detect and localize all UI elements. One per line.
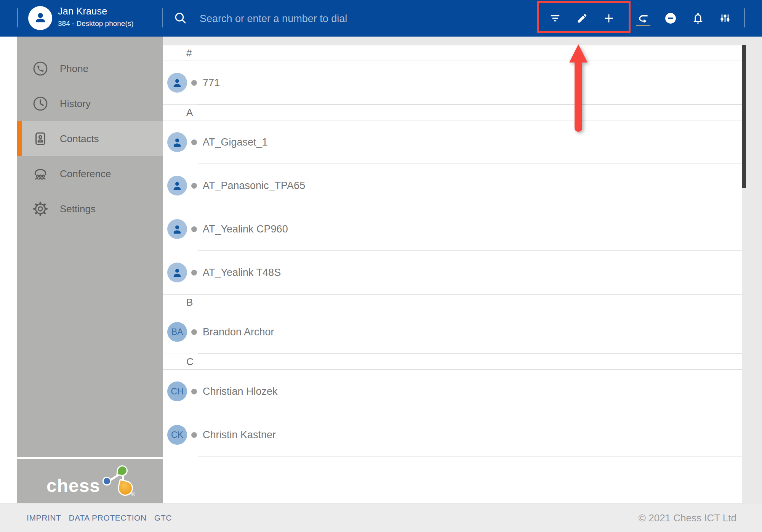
sidebar-item-label: Settings: [60, 203, 96, 215]
sidebar-item-label: Conference: [60, 168, 111, 180]
contact-avatar: [167, 219, 187, 239]
contact-avatar: BA: [167, 322, 187, 342]
sidebar-item-label: History: [60, 98, 91, 110]
avatar-initials: CH: [171, 386, 183, 397]
presence-status-dot: [191, 329, 197, 335]
chess-logo: chess ®: [46, 465, 134, 498]
presence-status-dot: [191, 389, 197, 394]
app-header: Jan Krause 384 - Desktop phone(s): [0, 0, 762, 37]
user-extension-label: 384 - Desktop phone(s): [58, 19, 134, 28]
presence-status-dot: [191, 80, 197, 86]
sidebar-item-history[interactable]: History: [17, 86, 163, 121]
contact-name: AT_Gigaset_1: [203, 120, 268, 164]
contact-avatar: [167, 176, 187, 195]
contact-row[interactable]: CKChristin Kastner: [163, 413, 742, 457]
header-divider: [744, 8, 745, 27]
contact-avatar: [167, 263, 187, 282]
user-avatar-button[interactable]: [28, 6, 52, 30]
contact-name: AT_Yealink T48S: [203, 251, 281, 294]
vertical-scrollbar-thumb[interactable]: [742, 45, 746, 188]
app-footer: IMPRINT DATA PROTECTION GTC © 2021 Chess…: [0, 503, 762, 532]
logo-green-drop: [116, 465, 128, 477]
call-redirect-button[interactable]: [632, 8, 654, 29]
settings-gear-icon: [32, 200, 49, 217]
letter-group-header: B: [163, 294, 742, 310]
letter-group-header: #: [163, 45, 742, 61]
contact-name: Christian Hlozek: [203, 370, 278, 413]
contact-list: # 771A AT_Gigaset_1 AT_Panasonic_TPA65 A…: [163, 45, 742, 503]
presence-status-dot: [191, 432, 197, 438]
presence-status-dot: [191, 183, 197, 189]
avatar-initials: CK: [171, 430, 183, 440]
person-icon: [33, 10, 48, 26]
contacts-panel: # 771A AT_Gigaset_1 AT_Panasonic_TPA65 A…: [163, 37, 762, 503]
presence-status-dot: [191, 270, 197, 276]
audio-settings-button[interactable]: [714, 8, 736, 29]
presence-status-dot: [191, 226, 197, 232]
letter-group-header: C: [163, 354, 742, 370]
history-clock-icon: [32, 95, 49, 112]
sidebar-logo-block: chess ®: [17, 459, 163, 503]
header-divider: [162, 8, 163, 27]
notifications-button[interactable]: [687, 8, 709, 29]
user-name: Jan Krause: [58, 6, 107, 17]
registered-trademark: ®: [131, 491, 135, 497]
contact-avatar: [167, 132, 187, 152]
footer-links: IMPRINT DATA PROTECTION GTC: [27, 503, 172, 532]
gtc-link[interactable]: GTC: [154, 513, 172, 522]
contact-row[interactable]: AT_Yealink CP960: [163, 207, 742, 251]
notifications-bell-icon: [692, 12, 704, 25]
contact-row[interactable]: AT_Gigaset_1: [163, 120, 742, 164]
sidebar-item-label: Contacts: [60, 133, 99, 145]
chess-logo-mark: ®: [102, 465, 134, 498]
contact-avatar: [167, 73, 187, 93]
letter-group-header: A: [163, 104, 742, 120]
search-icon: [174, 11, 187, 25]
contact-avatar: CK: [167, 425, 187, 445]
search-input[interactable]: [199, 8, 444, 30]
contact-row[interactable]: CHChristian Hlozek: [163, 370, 742, 413]
sidebar-item-contacts[interactable]: Contacts: [17, 121, 163, 156]
contact-row[interactable]: 771: [163, 61, 742, 104]
contact-row[interactable]: AT_Yealink T48S: [163, 251, 742, 294]
sidebar-item-settings[interactable]: Settings: [17, 191, 163, 226]
sidebar-item-label: Phone: [60, 63, 88, 75]
chess-logo-text: chess: [46, 477, 100, 498]
avatar-initials: BA: [171, 327, 183, 337]
contact-name: Christin Kastner: [203, 413, 276, 457]
presence-status-dot: [191, 139, 197, 145]
redirect-call-icon: [637, 12, 650, 25]
data-protection-link[interactable]: DATA PROTECTION: [69, 513, 147, 522]
phone-icon: [32, 60, 49, 77]
contacts-card-icon: [32, 130, 49, 147]
app-window: Jan Krause 384 - Desktop phone(s): [0, 0, 762, 532]
annotation-arrow-up: [563, 43, 594, 134]
audio-settings-sliders-icon: [719, 12, 731, 24]
logo-blue-dot: [102, 477, 111, 486]
sidebar-item-conference[interactable]: Conference: [17, 156, 163, 191]
contact-name: AT_Panasonic_TPA65: [203, 164, 305, 207]
contact-name: 771: [203, 61, 220, 104]
redirect-active-underline: [636, 25, 650, 26]
annotation-highlight-box: [537, 1, 631, 33]
contact-row[interactable]: AT_Panasonic_TPA65: [163, 164, 742, 207]
imprint-link[interactable]: IMPRINT: [27, 513, 61, 522]
contact-name: AT_Yealink CP960: [203, 207, 288, 251]
do-not-disturb-button[interactable]: [660, 8, 681, 29]
contact-avatar: CH: [167, 381, 187, 401]
header-divider: [17, 8, 18, 27]
sidebar-nav: Phone History Contacts: [17, 37, 163, 457]
conference-phone-icon: [32, 165, 49, 182]
contact-name: Brandon Archor: [203, 310, 274, 354]
copyright-text: © 2021 Chess ICT Ltd: [639, 503, 736, 532]
contact-row[interactable]: BABrandon Archor: [163, 310, 742, 354]
do-not-disturb-icon: [663, 11, 678, 26]
sidebar-item-phone[interactable]: Phone: [17, 51, 163, 86]
